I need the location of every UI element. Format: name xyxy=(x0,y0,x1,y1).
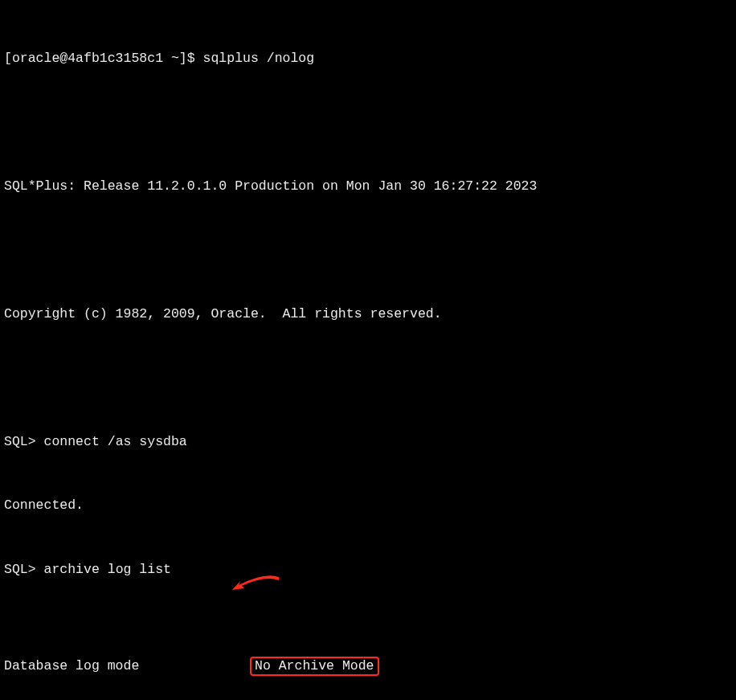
sqlplus-banner: SQL*Plus: Release 11.2.0.1.0 Production … xyxy=(4,178,732,194)
sql-prompt: SQL> xyxy=(4,434,44,449)
blank xyxy=(4,370,732,386)
blank xyxy=(4,243,732,259)
blank xyxy=(4,115,732,131)
shell-prompt: [oracle@4afb1c3158c1 ~]$ xyxy=(4,51,203,66)
log-mode-label: Database log mode xyxy=(4,658,253,674)
sql-cmd-connect: connect /as sysdba xyxy=(44,434,187,449)
arrow-icon xyxy=(185,559,233,575)
shell-prompt-line: [oracle@4afb1c3158c1 ~]$ sqlplus /nolog xyxy=(4,51,732,67)
sql-line: SQL> archive log list xyxy=(4,562,732,609)
sql-cmd-archiveloglist: archive log list xyxy=(44,562,171,577)
log-mode-value: No Archive Mode xyxy=(250,657,379,676)
shell-command: sqlplus /nolog xyxy=(203,51,315,66)
sql-prompt: SQL> xyxy=(4,562,44,577)
copyright: Copyright (c) 1982, 2009, Oracle. All ri… xyxy=(4,306,732,322)
kv-log-mode: Database log modeNo Archive Mode xyxy=(4,657,732,676)
terminal[interactable]: [oracle@4afb1c3158c1 ~]$ sqlplus /nolog … xyxy=(0,0,736,700)
connected-msg: Connected. xyxy=(4,497,732,514)
sql-line: SQL> connect /as sysdba xyxy=(4,434,732,450)
